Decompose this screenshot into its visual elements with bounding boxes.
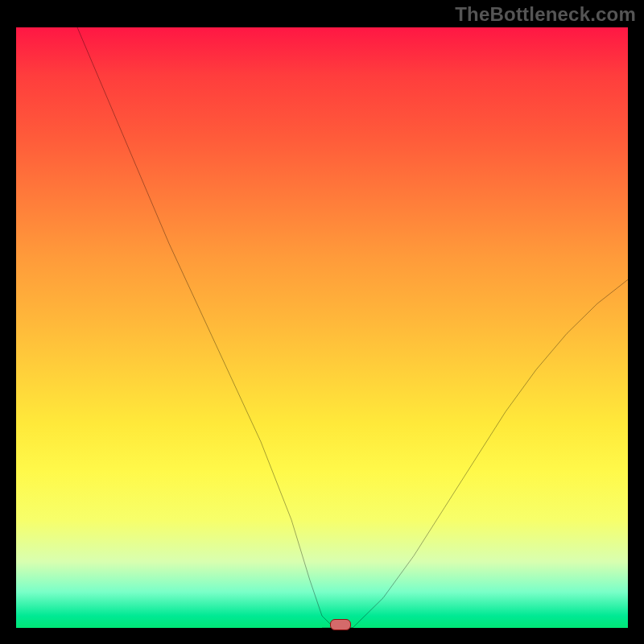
bottleneck-marker [330, 619, 351, 630]
bottleneck-curve [16, 27, 628, 628]
watermark-text: TheBottleneck.com [455, 3, 636, 26]
plot-area [16, 27, 628, 628]
chart-frame: TheBottleneck.com [0, 0, 644, 644]
